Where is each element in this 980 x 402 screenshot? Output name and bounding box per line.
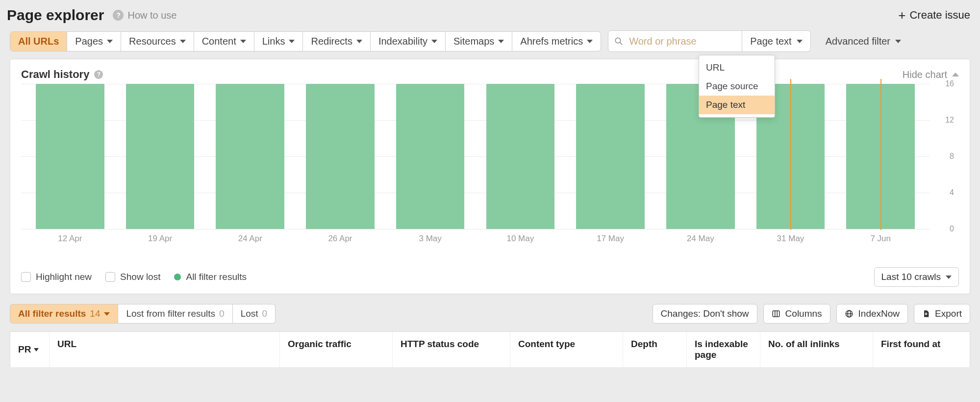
how-to-use-label: How to use: [127, 10, 176, 21]
crawls-range-select[interactable]: Last 10 crawls: [874, 267, 959, 287]
bar-column[interactable]: 26 Apr: [295, 84, 385, 229]
bar: [846, 84, 915, 229]
caret-down-icon: [431, 40, 437, 43]
bar-column[interactable]: 24 Apr: [205, 84, 295, 229]
legend-dot-icon: [174, 274, 181, 280]
column-header-http-status[interactable]: HTTP status code: [393, 332, 510, 367]
bar: [396, 84, 465, 229]
advanced-filter-button[interactable]: Advanced filter: [826, 36, 901, 47]
help-icon: ?: [113, 10, 124, 21]
filter-all-urls-label: All URLs: [18, 36, 59, 47]
filter-content[interactable]: Content: [194, 32, 254, 51]
page-header: Page explorer ? How to use + Create issu…: [0, 0, 980, 30]
x-tick: 3 May: [419, 234, 442, 244]
y-tick: 12: [945, 116, 954, 125]
y-tick: 0: [950, 225, 954, 233]
x-tick: 19 Apr: [148, 234, 172, 244]
caret-down-icon: [797, 40, 803, 43]
bar-column[interactable]: 17 May: [565, 84, 655, 229]
filter-ahrefs-metrics[interactable]: Ahrefs metrics: [512, 32, 601, 51]
crawls-range-label: Last 10 crawls: [881, 272, 941, 282]
x-tick: 12 Apr: [58, 234, 82, 244]
crawl-history-panel: Crawl history ? Hide chart 048121612 Apr…: [10, 59, 970, 294]
sort-desc-icon: [34, 348, 39, 352]
x-tick: 10 May: [506, 234, 534, 244]
column-header-url[interactable]: URL: [50, 332, 280, 367]
bar: [216, 84, 284, 229]
highlight-new-checkbox[interactable]: Highlight new: [21, 272, 92, 282]
svg-line-1: [620, 42, 622, 45]
caret-down-icon: [240, 40, 246, 43]
x-tick: 26 Apr: [328, 234, 352, 244]
legend-all-filter-results-label: All filter results: [186, 272, 247, 282]
tab-lost[interactable]: Lost 0: [233, 304, 276, 324]
legend-all-filter-results: All filter results: [174, 272, 247, 282]
caret-down-icon: [356, 40, 362, 43]
page-title: Page explorer: [7, 7, 104, 24]
svg-rect-2: [773, 311, 779, 317]
scope-option-page-text[interactable]: Page text: [699, 96, 775, 114]
advanced-filter-label: Advanced filter: [826, 36, 890, 47]
results-bar: All filter results 14 Lost from filter r…: [10, 304, 970, 324]
filter-redirects[interactable]: Redirects: [303, 32, 370, 51]
hide-chart-button[interactable]: Hide chart: [903, 69, 959, 80]
column-header-is-indexable[interactable]: Is indexable page: [687, 332, 760, 367]
x-tick: 24 May: [687, 234, 714, 244]
column-header-organic-traffic[interactable]: Organic traffic: [280, 332, 393, 367]
columns-button[interactable]: Columns: [763, 304, 830, 324]
filter-sitemaps[interactable]: Sitemaps: [446, 32, 512, 51]
x-tick: 31 May: [777, 234, 804, 244]
bar: [486, 84, 555, 229]
indexnow-button[interactable]: IndexNow: [836, 304, 908, 324]
create-issue-label: Create issue: [909, 9, 970, 22]
scope-option-url[interactable]: URL: [699, 58, 775, 77]
marker-line: [790, 79, 791, 230]
bar: [126, 84, 195, 229]
export-button[interactable]: Export: [914, 304, 970, 324]
show-lost-checkbox[interactable]: Show lost: [105, 272, 160, 282]
search-input[interactable]: [628, 35, 736, 48]
column-header-pr[interactable]: PR: [10, 332, 50, 367]
column-header-content-type[interactable]: Content type: [510, 332, 623, 367]
filter-pages[interactable]: Pages: [67, 32, 121, 51]
bar-column[interactable]: 3 May: [385, 84, 476, 229]
checkbox-icon: [105, 272, 115, 282]
columns-icon: [772, 309, 780, 318]
crawl-history-title: Crawl history ?: [21, 68, 103, 81]
bar-column[interactable]: 7 Jun: [835, 84, 926, 229]
highlight-new-label: Highlight new: [36, 272, 92, 282]
hide-chart-label: Hide chart: [903, 69, 947, 80]
filter-resources[interactable]: Resources: [121, 32, 194, 51]
caret-down-icon: [587, 40, 593, 43]
x-tick: 24 Apr: [238, 234, 262, 244]
tab-lost-from-filter[interactable]: Lost from filter results 0: [118, 304, 232, 324]
column-header-depth[interactable]: Depth: [623, 332, 687, 367]
filter-indexability[interactable]: Indexability: [371, 32, 446, 51]
search-wrap: Page text: [608, 30, 811, 52]
changes-button[interactable]: Changes: Don't show: [653, 304, 757, 324]
search-scope-button[interactable]: Page text: [742, 30, 811, 52]
lost-from-filter-count: 0: [219, 308, 225, 319]
globe-icon: [845, 309, 854, 318]
marker-line: [880, 79, 881, 230]
create-issue-button[interactable]: + Create issue: [898, 9, 970, 22]
bar-column[interactable]: 19 Apr: [115, 84, 205, 229]
tab-all-filter-results[interactable]: All filter results 14: [10, 304, 118, 324]
search-box[interactable]: [608, 30, 742, 52]
column-header-first-found[interactable]: First found at: [873, 332, 970, 367]
help-icon[interactable]: ?: [94, 70, 103, 79]
bar: [36, 84, 104, 229]
y-tick: 8: [950, 152, 954, 161]
filter-group: All URLs Pages Resources Content Links R…: [10, 31, 601, 51]
download-icon: [922, 309, 930, 318]
column-header-inlinks[interactable]: No. of all inlinks: [760, 332, 873, 367]
caret-down-icon: [180, 40, 186, 43]
scope-option-page-source[interactable]: Page source: [699, 77, 775, 96]
how-to-use-link[interactable]: ? How to use: [113, 10, 176, 21]
crawl-history-chart: 048121612 Apr19 Apr24 Apr26 Apr3 May10 M…: [21, 84, 959, 246]
filter-all-urls[interactable]: All URLs: [10, 32, 67, 51]
chevron-up-icon: [952, 73, 959, 76]
bar-column[interactable]: 12 Apr: [25, 84, 115, 229]
bar-column[interactable]: 10 May: [476, 84, 566, 229]
filter-links[interactable]: Links: [254, 32, 303, 51]
